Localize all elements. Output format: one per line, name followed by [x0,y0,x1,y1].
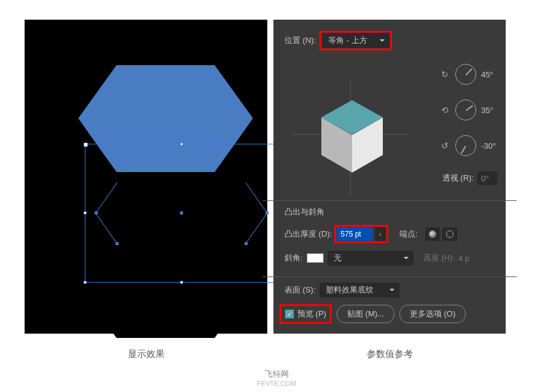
bevel-dropdown[interactable]: 无 [327,251,414,265]
surface-label: 表面 (S): [284,284,316,296]
cube-orientation-preview[interactable] [292,66,409,202]
footer-url: FEVTE.COM [0,380,553,387]
highlight-box-position: 等角 - 上方 [320,31,392,50]
position-label: 位置 (N): [284,35,316,46]
cap-on-button[interactable] [425,227,440,241]
depth-input[interactable] [337,227,372,241]
bevel-height-value: 4 p [458,254,469,263]
path-outline [96,155,268,272]
extrude-bevel-dialog: 位置 (N): 等角 - 上方 ↻ 45° [273,20,506,334]
extrude-section-title: 凸出与斜角 [284,206,495,218]
caption-left: 显示效果 [25,348,267,360]
depth-stepper[interactable]: › [375,227,386,241]
surface-dropdown[interactable]: 塑料效果底纹 [320,283,399,297]
rotation-dials: ↻ 45° ⟲ 35° ↺ -30° [439,64,502,171]
preview-checkbox[interactable]: ✓ [285,310,294,318]
cap-label: 端点: [399,229,418,240]
rotate-x-dial[interactable] [455,64,476,85]
rotate-x-icon: ↻ [439,69,450,80]
footer-brand: 飞特网 [0,369,553,380]
rotate-y-dial[interactable] [455,100,476,120]
position-dropdown[interactable]: 等角 - 上方 [322,33,390,48]
surface-value: 塑料效果底纹 [326,284,374,296]
caption-right: 参数值参考 [273,348,506,360]
bevel-height-label: 高度 (H): [423,253,455,264]
preview-canvas [25,20,267,334]
bevel-value: 无 [334,253,342,264]
more-options-button[interactable]: 更多选项 (O) [399,305,466,323]
bevel-swatch [307,253,324,263]
rotate-z-value: -30° [481,141,502,151]
perspective-label: 透视 (R): [442,173,474,184]
position-value: 等角 - 上方 [328,35,367,46]
rotate-y-value: 35° [481,106,502,115]
depth-label: 凸出厚度 (D): [284,229,332,240]
rotate-z-icon: ↺ [439,140,450,151]
cap-off-button[interactable] [442,227,457,241]
rotate-z-dial[interactable] [455,135,476,156]
highlight-box-preview: ✓ 预览 (P) [280,304,332,324]
map-art-button[interactable]: 贴图 (M)... [337,305,394,323]
highlight-box-depth: › [334,225,388,243]
rotate-y-icon: ⟲ [439,104,450,116]
preview-label: 预览 (P) [297,308,326,319]
perspective-input[interactable] [477,171,497,185]
rotate-x-value: 45° [481,70,502,79]
bevel-label: 斜角: [284,253,303,264]
